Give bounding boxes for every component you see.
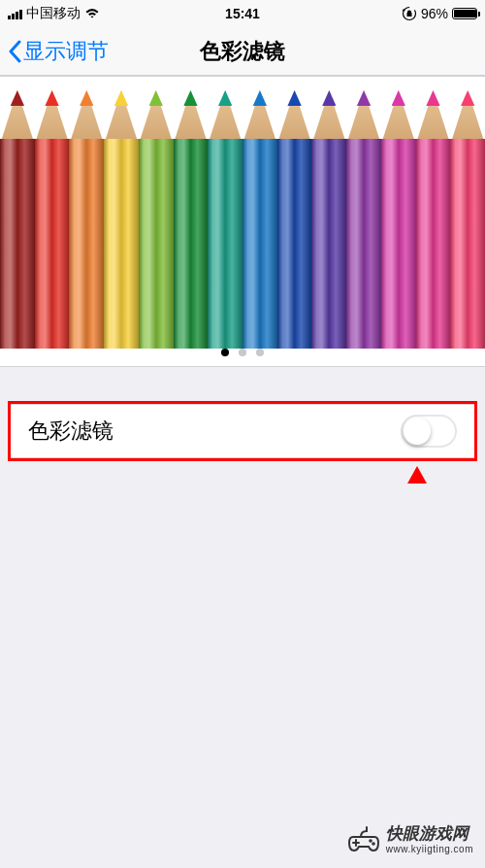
settings-group: 色彩滤镜	[0, 401, 485, 461]
pencil	[35, 81, 70, 349]
battery-percentage: 96%	[421, 6, 448, 21]
pencil	[139, 81, 174, 349]
watermark-title: 快眼游戏网	[386, 825, 473, 844]
pencil	[208, 81, 242, 349]
svg-point-3	[372, 842, 375, 846]
signal-icon	[8, 8, 22, 19]
page-dot[interactable]	[239, 349, 246, 356]
pencil	[311, 81, 346, 349]
status-left: 中国移动	[8, 5, 100, 22]
carrier-label: 中国移动	[26, 5, 81, 22]
pencil	[346, 81, 381, 349]
watermark: 快眼游戏网 www.kyiigting.com	[347, 823, 473, 856]
orientation-lock-icon	[402, 6, 417, 21]
pencil	[0, 81, 35, 349]
gamepad-icon	[347, 823, 380, 856]
back-label: 显示调节	[23, 37, 109, 66]
watermark-url: www.kyiigting.com	[386, 844, 473, 854]
pencil	[277, 81, 312, 349]
chevron-left-icon	[8, 40, 21, 63]
pencil	[242, 81, 277, 349]
pencil	[416, 81, 451, 349]
color-preview-pager[interactable]	[0, 76, 485, 367]
back-button[interactable]: 显示调节	[8, 37, 109, 66]
svg-point-2	[369, 839, 372, 843]
pencil	[69, 81, 104, 349]
highlight-annotation: 色彩滤镜	[8, 401, 477, 461]
pencil	[450, 81, 485, 349]
status-right: 96%	[402, 6, 477, 21]
nav-bar: 显示调节 色彩滤镜	[0, 27, 485, 76]
pencils-image	[0, 77, 485, 349]
color-filter-label: 色彩滤镜	[28, 417, 113, 446]
pencil	[174, 81, 209, 349]
battery-icon	[452, 8, 477, 19]
wifi-icon	[84, 8, 100, 19]
color-filter-row: 色彩滤镜	[11, 404, 474, 458]
page-dots	[221, 349, 264, 356]
arrow-annotation	[398, 466, 436, 641]
status-bar: 中国移动 15:41 96%	[0, 0, 485, 27]
pencil	[104, 81, 139, 349]
toggle-knob	[404, 417, 431, 445]
color-filter-toggle[interactable]	[401, 415, 457, 448]
page-title: 色彩滤镜	[200, 37, 285, 66]
page-dot[interactable]	[221, 349, 229, 356]
pencil	[381, 81, 416, 349]
page-dot[interactable]	[256, 349, 264, 356]
status-time: 15:41	[225, 6, 260, 21]
